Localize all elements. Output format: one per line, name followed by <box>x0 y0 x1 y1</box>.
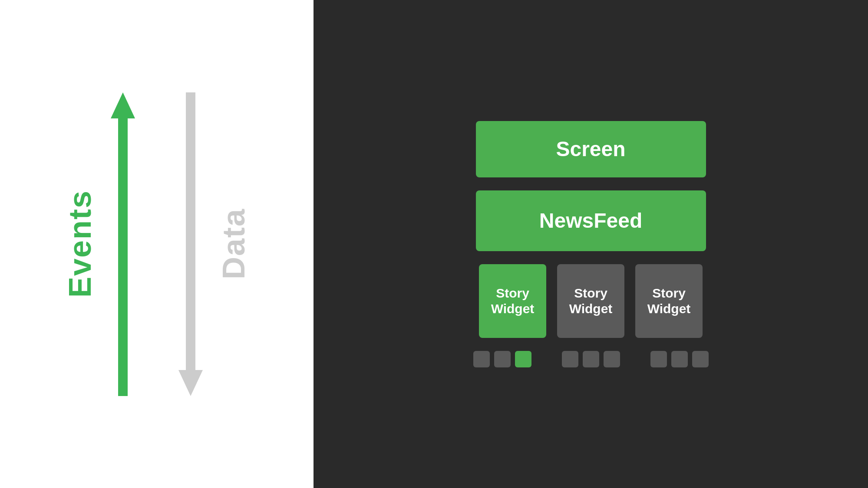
dot-1-3 <box>515 351 531 367</box>
events-arrow <box>111 92 135 396</box>
newsfeed-label: NewsFeed <box>539 209 642 233</box>
story-widget-3: StoryWidget <box>635 264 703 338</box>
left-panel: Events Data <box>0 0 314 488</box>
dot-2-3 <box>604 351 620 367</box>
dots-group-1 <box>473 351 531 367</box>
dot-3-1 <box>650 351 667 367</box>
story-widget-label-2: StoryWidget <box>569 285 613 317</box>
newsfeed-row: NewsFeed <box>348 190 833 251</box>
newsfeed-box: NewsFeed <box>476 190 706 251</box>
dot-1-1 <box>473 351 490 367</box>
gray-arrow-shaft <box>186 92 195 370</box>
dot-3-3 <box>692 351 709 367</box>
dots-group-2 <box>562 351 620 367</box>
screen-box: Screen <box>476 121 706 177</box>
events-group: Events <box>62 92 135 396</box>
right-panel: Screen NewsFeed StoryWidget StoryWidget … <box>314 0 868 488</box>
screen-label: Screen <box>556 137 625 161</box>
green-arrow-shaft <box>118 118 128 396</box>
data-label: Data <box>216 208 251 279</box>
dots-group-3 <box>650 351 709 367</box>
gray-arrow-head <box>178 370 203 396</box>
dot-2-1 <box>562 351 578 367</box>
events-label: Events <box>62 190 98 298</box>
arrows-container: Events Data <box>62 92 251 396</box>
dot-2-2 <box>583 351 599 367</box>
dot-1-2 <box>494 351 511 367</box>
data-arrow <box>178 92 203 396</box>
dot-3-2 <box>671 351 688 367</box>
screen-row: Screen <box>348 121 833 177</box>
story-widgets-row: StoryWidget StoryWidget StoryWidget <box>479 264 703 338</box>
dots-section <box>473 351 709 367</box>
data-group: Data <box>178 92 251 396</box>
green-arrow-head <box>111 92 135 118</box>
story-widget-2: StoryWidget <box>557 264 624 338</box>
story-widget-label-3: StoryWidget <box>647 285 691 317</box>
story-widget-label-1: StoryWidget <box>491 285 535 317</box>
story-widget-1: StoryWidget <box>479 264 546 338</box>
